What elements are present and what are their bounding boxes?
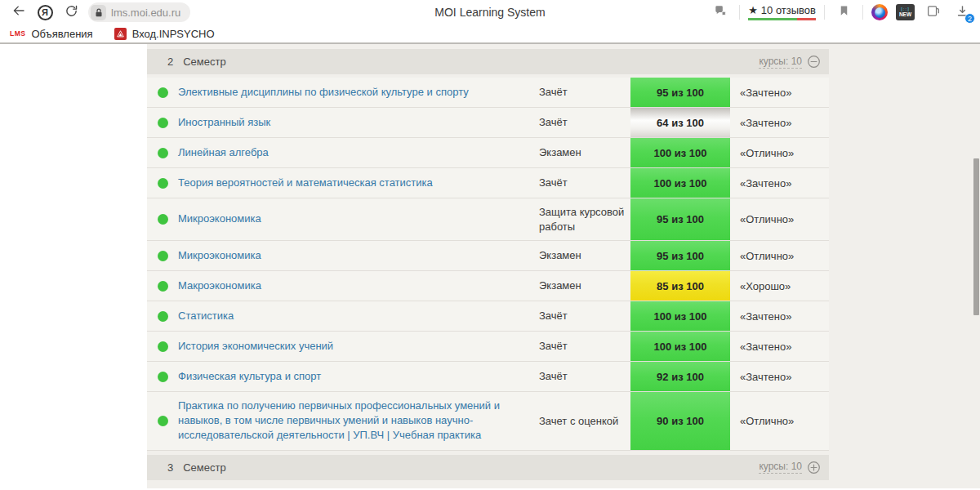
scrollbar-thumb[interactable]	[973, 158, 979, 315]
assessment-type-cell: Экзамен	[534, 138, 630, 167]
grade-cell: «Хорошо»	[730, 271, 829, 301]
course-link[interactable]: Практика по получению первичных професси…	[178, 399, 523, 443]
course-link[interactable]: Микроэкономика	[178, 212, 261, 226]
extension-browser-icon[interactable]	[871, 4, 888, 20]
course-cell: Иностранный язык	[178, 108, 534, 137]
score-cell: 90 из 100	[630, 392, 730, 450]
semester-title: Семестр	[183, 461, 225, 474]
semester-title: Семестр	[183, 56, 225, 68]
toolbar-separator	[824, 5, 825, 20]
courses-count-link[interactable]: курсы: 10	[759, 56, 802, 69]
assessment-type: Экзамен	[539, 278, 581, 293]
back-button[interactable]	[8, 2, 29, 23]
course-link[interactable]: Иностранный язык	[178, 115, 270, 130]
assessment-type: Экзамен	[539, 248, 581, 263]
assessment-type-cell: Экзамен	[534, 241, 630, 270]
status-cell	[147, 362, 178, 391]
assessment-type-cell: Зачёт	[534, 78, 630, 107]
assessment-type: Зачёт	[539, 339, 568, 354]
status-dot-icon	[158, 311, 168, 322]
status-dot-icon	[158, 118, 168, 128]
new-extension-icon[interactable]: [::] NEW	[896, 4, 915, 20]
grade-text: «Зачтено»	[740, 177, 791, 189]
yandex-logo-icon: Я	[38, 5, 53, 20]
status-cell	[147, 271, 178, 301]
ssl-lock-icon[interactable]	[91, 5, 106, 20]
grade-cell: «Зачтено»	[730, 78, 829, 107]
collapse-semester-icon[interactable]	[807, 55, 821, 69]
assessment-type: Зачет с оценкой	[539, 414, 618, 429]
course-row: Практика по получению первичных професси…	[147, 392, 829, 451]
rating-count-text: 10 отзывов	[761, 4, 816, 16]
gradebook-table: 2 Семестр курсы: 10 Элективные дисциплин…	[147, 49, 829, 483]
grade-cell: «Отлично»	[730, 198, 829, 240]
assessment-type: Зачёт	[539, 115, 568, 130]
yandex-home-button[interactable]: Я	[34, 2, 56, 23]
course-link[interactable]: Теория вероятностей и математическая ста…	[178, 176, 433, 190]
course-link[interactable]: Элективные дисциплины по физической куль…	[178, 85, 469, 100]
grade-text: «Отлично»	[740, 213, 794, 225]
course-row: Физическая культура и спорт Зачёт 92 из …	[147, 362, 829, 392]
grade-text: «Зачтено»	[740, 87, 791, 99]
course-cell: Теория вероятностей и математическая ста…	[178, 168, 534, 198]
status-cell	[147, 241, 178, 270]
status-dot-icon	[158, 178, 168, 189]
rating-bar	[748, 18, 816, 20]
course-link[interactable]: Статистика	[178, 309, 234, 323]
course-row: Микроэкономика Защита курсовой работы 95…	[147, 198, 829, 241]
page-content: 2 Семестр курсы: 10 Элективные дисциплин…	[0, 44, 980, 488]
address-bar[interactable]: lms.moi.edu.ru	[88, 2, 190, 22]
inpsycho-favicon	[114, 28, 127, 40]
status-dot-icon	[158, 416, 168, 426]
refresh-icon	[65, 4, 78, 21]
assessment-type-cell: Экзамен	[534, 271, 630, 301]
grade-text: «Зачтено»	[740, 117, 791, 129]
bookmark-label: Вход.INPSYCHO	[132, 28, 215, 40]
status-cell	[147, 168, 178, 198]
status-dot-icon	[158, 341, 168, 352]
bookmark-item-inpsycho[interactable]: Вход.INPSYCHO	[114, 28, 215, 40]
grade-cell: «Зачтено»	[730, 332, 829, 361]
site-rating-widget[interactable]: ★ 10 отзывов	[748, 4, 816, 20]
grade-cell: «Зачтено»	[730, 301, 829, 331]
scrollbar-track[interactable]	[973, 44, 980, 488]
status-cell	[147, 332, 178, 361]
bookmark-page-button[interactable]	[833, 2, 854, 23]
score-cell: 64 из 100	[630, 108, 730, 137]
grade-text: «Отлично»	[740, 415, 794, 427]
course-cell: Практика по получению первичных професси…	[178, 392, 534, 450]
bookmark-flag-icon	[838, 4, 850, 20]
course-link[interactable]: Микроэкономика	[178, 248, 261, 263]
refresh-button[interactable]	[60, 2, 82, 23]
assessment-type: Защита курсовой работы	[539, 205, 626, 234]
course-cell: Линейная алгебра	[178, 138, 534, 167]
browser-toolbar: Я lms.moi.edu.ru MOI Learning System ★ 1…	[0, 0, 980, 24]
url-text: lms.moi.edu.ru	[111, 7, 180, 19]
site-permissions-button[interactable]	[710, 2, 731, 23]
assessment-type: Зачёт	[539, 85, 568, 100]
semester-header-2: 2 Семестр курсы: 10	[147, 49, 829, 74]
course-row: Элективные дисциплины по физической куль…	[147, 78, 829, 108]
side-panel-icon	[926, 4, 941, 21]
rating-bar-negative	[797, 18, 816, 20]
course-link[interactable]: Макроэкономика	[178, 278, 261, 293]
course-cell: История экономических учений	[178, 332, 534, 361]
course-row: Микроэкономика Экзамен 95 из 100 «Отличн…	[147, 241, 829, 271]
bookmark-item-announcements[interactable]: LMS Объявления	[10, 28, 93, 40]
course-row: Макроэкономика Экзамен 85 из 100 «Хорошо…	[147, 271, 829, 301]
course-row: Иностранный язык Зачёт 64 из 100 «Зачтен…	[147, 108, 829, 138]
status-dot-icon	[158, 281, 168, 292]
assessment-type: Зачёт	[539, 369, 568, 384]
course-rows: Элективные дисциплины по физической куль…	[147, 78, 829, 451]
assessment-type-cell: Зачёт	[534, 168, 630, 198]
expand-semester-icon[interactable]	[807, 461, 821, 474]
bookmarks-bar: LMS Объявления Вход.INPSYCHO	[0, 24, 980, 44]
course-link[interactable]: Физическая культура и спорт	[178, 369, 321, 384]
side-panel-button[interactable]	[923, 2, 944, 23]
score-cell: 92 из 100	[630, 362, 730, 391]
course-link[interactable]: История экономических учений	[178, 339, 333, 354]
downloads-button[interactable]: 2	[952, 2, 972, 22]
assessment-type-cell: Зачёт	[534, 362, 630, 391]
courses-count-link[interactable]: курсы: 10	[759, 461, 802, 474]
course-link[interactable]: Линейная алгебра	[178, 145, 269, 160]
